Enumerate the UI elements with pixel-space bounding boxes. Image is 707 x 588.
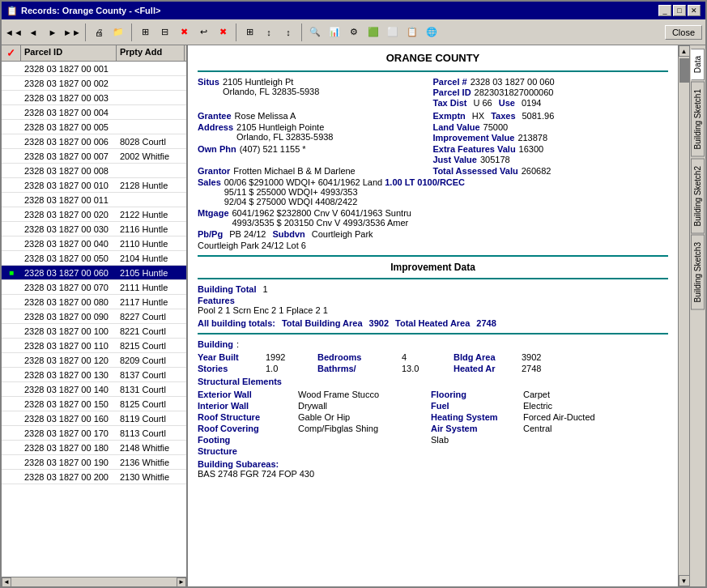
list-item[interactable]: 2328 03 1827 00 180 2148 Whitfie xyxy=(2,441,186,455)
nav-prev-button[interactable]: ◄ xyxy=(24,23,42,41)
land-value-label: Land Value xyxy=(433,122,480,132)
structural-elements-title: Structural Elements xyxy=(198,377,668,386)
nav-first-button[interactable]: ◄◄ xyxy=(5,23,23,41)
list-item[interactable]: 2328 03 1827 00 030 2116 Huntle xyxy=(2,222,186,236)
bedrooms-value: 4 xyxy=(402,352,450,362)
list-body[interactable]: 2328 03 1827 00 001 2328 03 1827 00 002 … xyxy=(2,62,186,577)
list-scrollbar-horizontal[interactable]: ◄ ► xyxy=(2,577,186,586)
nav-next-button[interactable]: ► xyxy=(44,23,62,41)
toolbar-separator-3 xyxy=(236,23,236,41)
maximize-button[interactable]: □ xyxy=(673,5,686,16)
taxes-value: 5081.96 xyxy=(522,111,555,121)
parcel-id-cell: 2328 03 1827 00 200 xyxy=(21,471,117,483)
minimize-button[interactable]: _ xyxy=(658,5,671,16)
list-item[interactable]: 2328 03 1827 00 005 xyxy=(2,120,186,134)
list-item[interactable]: 2328 03 1827 00 170 8113 Courtl xyxy=(2,426,186,441)
nav-last-button[interactable]: ►► xyxy=(63,23,81,41)
tab-building-sketch3[interactable]: Building Sketch3 xyxy=(691,235,705,310)
fuel-label: Fuel xyxy=(431,401,520,411)
list-item[interactable]: 2328 03 1827 00 140 8131 Courtl xyxy=(2,382,186,397)
own-phn-value: (407) 521 1155 * xyxy=(240,144,306,164)
bldg-area-value: 3902 xyxy=(522,352,554,362)
green-button[interactable]: 🟩 xyxy=(364,23,382,41)
prpty-add-cell: 2130 Whitfie xyxy=(117,471,185,483)
list-item[interactable]: 2328 03 1827 00 110 8215 Courtl xyxy=(2,339,186,353)
export-button[interactable]: 📁 xyxy=(109,23,127,41)
tax-dist-value: U 66 xyxy=(473,98,492,108)
chart-button[interactable]: 📊 xyxy=(326,23,343,41)
undo-button[interactable]: ↩ xyxy=(194,23,212,41)
building-label: Building xyxy=(198,339,233,349)
list-item[interactable]: 2328 03 1827 00 007 2002 Whitfie xyxy=(2,149,186,164)
scroll-up-arrow[interactable]: ▲ xyxy=(679,45,690,57)
parcel-id-cell: 2328 03 1827 00 005 xyxy=(21,121,117,133)
print-button[interactable]: 🖨 xyxy=(90,23,108,41)
close-window-button[interactable]: ✕ xyxy=(688,5,701,16)
tab-building-sketch1[interactable]: Building Sketch1 xyxy=(691,82,705,157)
sort-asc-button[interactable]: ↕ xyxy=(260,23,278,41)
list-item[interactable]: 2328 03 1827 00 200 2130 Whitfie xyxy=(2,470,186,484)
scroll-thumb-area[interactable] xyxy=(679,57,689,575)
parcel-id-cell: 2328 03 1827 00 003 xyxy=(21,92,117,104)
grantor-value: Frotten Michael B & M Darlene xyxy=(233,166,355,176)
delete-button[interactable]: ✖ xyxy=(175,23,193,41)
prpty-add-cell: 8113 Courtl xyxy=(117,428,185,439)
land-value-row: Land Value 75000 xyxy=(433,122,669,132)
detail-scrollbar[interactable]: ▲ ▼ xyxy=(678,45,689,586)
scroll-left-button[interactable]: ◄ xyxy=(2,577,11,587)
search-button[interactable]: 🔍 xyxy=(306,23,324,41)
building-total-value: 1 xyxy=(263,284,268,294)
list-item[interactable]: 2328 03 1827 00 010 2128 Huntle xyxy=(2,178,186,193)
list-item[interactable]: 2328 03 1827 00 100 8221 Courtl xyxy=(2,324,186,339)
list-item[interactable]: 2328 03 1827 00 190 2136 Whitfie xyxy=(2,455,186,470)
scroll-down-arrow[interactable]: ▼ xyxy=(679,575,690,586)
address-label: Address xyxy=(198,122,233,142)
parcel-id-column-header: Parcel ID xyxy=(21,45,117,61)
list-item[interactable]: 2328 03 1827 00 002 xyxy=(2,76,186,91)
sort-desc-button[interactable]: ↕ xyxy=(279,23,297,41)
air-system-value: Central xyxy=(523,424,637,433)
cancel-button[interactable]: ✖ xyxy=(214,23,232,41)
list-button[interactable]: ⊟ xyxy=(155,23,173,41)
toolbar-separator xyxy=(85,23,86,41)
close-button[interactable]: Close xyxy=(665,25,702,40)
scroll-right-button[interactable]: ► xyxy=(177,577,186,587)
list-item[interactable]: 2328 03 1827 00 004 xyxy=(2,105,186,120)
prpty-add-cell xyxy=(117,126,185,128)
list-item[interactable]: 2328 03 1827 00 003 xyxy=(2,91,186,105)
tab-data[interactable]: Data xyxy=(691,49,705,80)
list-item[interactable]: 2328 03 1827 00 160 8119 Courtl xyxy=(2,411,186,426)
settings-button[interactable]: ⚙ xyxy=(345,23,363,41)
clipboard-button[interactable]: 📋 xyxy=(403,23,421,41)
parcel-id-cell: 2328 03 1827 00 002 xyxy=(21,78,117,89)
prpty-add-cell: 2128 Huntle xyxy=(117,180,185,191)
sales-left: Sales 00/06 $291000 WDQI+ 6041/1962 Land… xyxy=(198,177,668,207)
building-section: Building : xyxy=(198,339,668,349)
building-total-label: Building Total xyxy=(198,284,257,294)
improvement-data-title: Improvement Data xyxy=(198,262,668,273)
tab-building-sketch2[interactable]: Building Sketch2 xyxy=(691,159,705,234)
list-item[interactable]: 2328 03 1827 00 011 xyxy=(2,193,186,207)
list-item-selected[interactable]: ■ 2328 03 1827 00 060 2105 Huntle xyxy=(2,266,186,280)
white-button[interactable]: ⬜ xyxy=(384,23,402,41)
table-button[interactable]: ⊞ xyxy=(241,23,258,41)
list-item[interactable]: 2328 03 1827 00 008 xyxy=(2,164,186,178)
list-item[interactable]: 2328 03 1827 00 050 2104 Huntle xyxy=(2,251,186,266)
list-item[interactable]: 2328 03 1827 00 130 8137 Courtl xyxy=(2,368,186,382)
list-item[interactable]: 2328 03 1827 00 006 8028 Courtl xyxy=(2,134,186,149)
list-item[interactable]: 2328 03 1827 00 150 8125 Courtl xyxy=(2,397,186,411)
list-item[interactable]: 2328 03 1827 00 080 2117 Huntle xyxy=(2,295,186,309)
list-item[interactable]: 2328 03 1827 00 090 8227 Courtl xyxy=(2,309,186,324)
list-item[interactable]: 2328 03 1827 00 120 8209 Courtl xyxy=(2,353,186,368)
grid-button[interactable]: ⊞ xyxy=(136,23,154,41)
parcel-id-cell: 2328 03 1827 00 050 xyxy=(21,253,117,264)
flooring-value: Carpet xyxy=(523,390,637,399)
mid-divider xyxy=(198,255,668,257)
globe-button[interactable]: 🌐 xyxy=(423,23,441,41)
list-item[interactable]: 2328 03 1827 00 001 xyxy=(2,62,186,76)
list-item[interactable]: 2328 03 1827 00 020 2122 Huntle xyxy=(2,207,186,222)
parcel-id-cell: 2328 03 1827 00 008 xyxy=(21,165,117,177)
sales-line3: 92/04 $ 275000 WDQI 4408/2422 xyxy=(224,197,465,207)
list-item[interactable]: 2328 03 1827 00 070 2111 Huntle xyxy=(2,280,186,295)
list-item[interactable]: 2328 03 1827 00 040 2110 Huntle xyxy=(2,236,186,251)
